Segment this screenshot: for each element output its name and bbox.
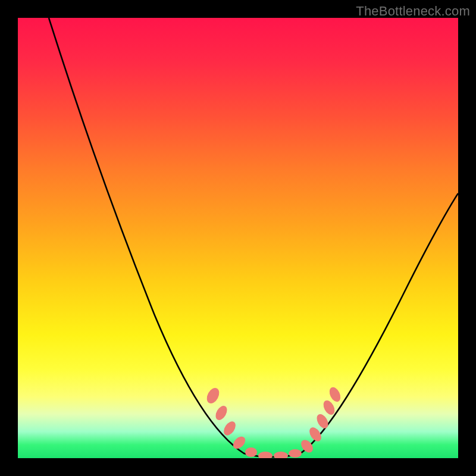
chart-frame: TheBottleneck.com xyxy=(0,0,476,476)
svg-point-7 xyxy=(289,449,302,458)
notch-markers xyxy=(204,386,342,458)
svg-point-11 xyxy=(321,399,337,416)
svg-point-10 xyxy=(315,412,331,431)
svg-point-2 xyxy=(221,419,238,438)
svg-point-1 xyxy=(214,404,230,422)
svg-point-6 xyxy=(274,452,288,458)
bottleneck-curve xyxy=(49,18,458,457)
svg-point-0 xyxy=(204,386,221,405)
svg-point-3 xyxy=(231,434,248,451)
svg-point-12 xyxy=(327,386,343,403)
plot-area xyxy=(18,18,458,458)
svg-point-5 xyxy=(258,452,273,458)
curve-layer xyxy=(18,18,458,458)
watermark-text: TheBottleneck.com xyxy=(356,4,470,19)
svg-point-4 xyxy=(245,447,257,457)
